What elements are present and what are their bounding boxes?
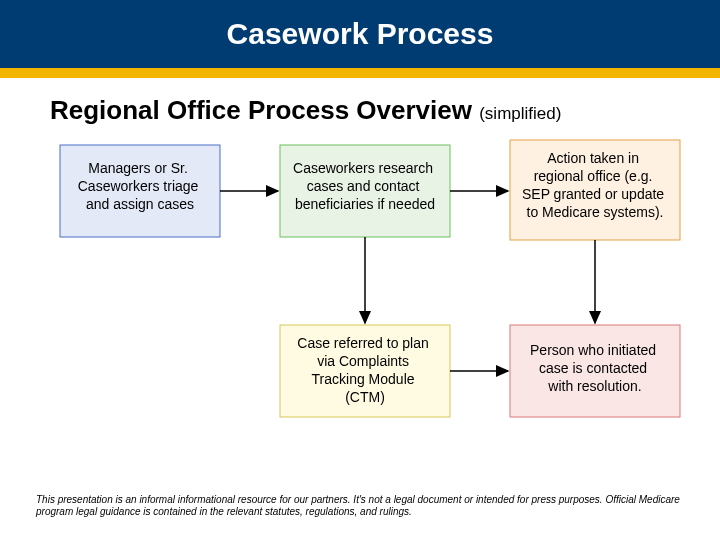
box-research-text: Caseworkers research cases and contact b… <box>293 160 437 212</box>
page-title: Casework Process <box>227 17 494 51</box>
title-banner: Casework Process <box>0 0 720 68</box>
box-triage-text: Managers or Sr. Caseworkers triage and a… <box>78 160 203 212</box>
subhead-qualifier: (simplified) <box>479 104 561 123</box>
accent-bar <box>0 68 720 78</box>
subhead-main: Regional Office Process Overview <box>50 95 472 125</box>
flow-diagram: Managers or Sr. Caseworkers triage and a… <box>0 135 720 475</box>
box-resolution-text: Person who initiated case is contacted w… <box>530 342 660 394</box>
disclaimer-text: This presentation is an informal informa… <box>36 494 684 518</box>
sub-heading: Regional Office Process Overview (simpli… <box>50 95 561 126</box>
